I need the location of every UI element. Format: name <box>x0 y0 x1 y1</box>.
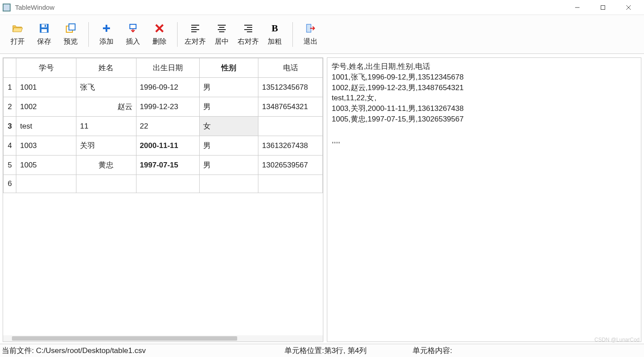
align-right-label: 右对齐 <box>238 37 259 46</box>
insert-icon <box>128 22 138 34</box>
column-header[interactable]: 姓名 <box>76 58 136 78</box>
table-cell[interactable]: 11 <box>76 117 136 136</box>
save-label: 保存 <box>37 37 51 46</box>
table-cell[interactable]: 13613267438 <box>258 136 323 156</box>
table-scroll[interactable]: 学号姓名出生日期性别电话 11001张飞1996-09-12男135123456… <box>3 58 323 335</box>
data-table[interactable]: 学号姓名出生日期性别电话 11001张飞1996-09-12男135123456… <box>3 58 323 193</box>
table-row: 3test1122女 <box>4 117 323 136</box>
bold-button[interactable]: B 加粗 <box>261 19 288 50</box>
column-header[interactable]: 学号 <box>16 58 76 78</box>
table-cell[interactable]: 关羽 <box>76 136 136 156</box>
table-cell[interactable]: 1003 <box>16 136 76 156</box>
add-label: 添加 <box>99 37 114 46</box>
svg-rect-11 <box>103 27 110 29</box>
align-left-button[interactable]: 左对齐 <box>182 19 208 50</box>
insert-label: 插入 <box>126 37 140 46</box>
minimize-icon <box>575 5 580 10</box>
csv-preview-pane[interactable]: 学号,姓名,出生日期,性别,电话 1001,张飞,1996-09-12,男,13… <box>327 57 641 342</box>
table-cell[interactable] <box>199 175 258 193</box>
table-cell[interactable]: 黄忠 <box>76 156 136 175</box>
toolbar-separator <box>292 22 293 47</box>
table-cell[interactable]: 1999-12-23 <box>136 97 199 117</box>
align-left-label: 左对齐 <box>185 37 206 46</box>
table-cell[interactable]: 男 <box>199 156 258 175</box>
row-number[interactable]: 4 <box>4 136 16 156</box>
row-number[interactable]: 1 <box>4 78 16 97</box>
app-icon <box>3 4 11 11</box>
table-cell[interactable]: 男 <box>199 136 258 156</box>
toolbar: 打开 保存 预览 添加 插入 删除 左对齐 <box>0 15 644 54</box>
preview-label: 预览 <box>64 37 78 46</box>
table-row: 51005黄忠1997-07-15男13026539567 <box>4 156 323 175</box>
watermark: CSDN @LunarCod <box>595 337 640 343</box>
table-cell[interactable]: 22 <box>136 117 199 136</box>
svg-rect-5 <box>42 24 47 27</box>
exit-button[interactable]: 退出 <box>297 19 324 50</box>
status-position: 单元格位置:第3行, 第4列 <box>284 346 413 356</box>
exit-icon <box>306 22 315 34</box>
plus-icon <box>102 22 111 34</box>
table-cell[interactable]: 13512345678 <box>258 78 323 97</box>
align-center-icon <box>218 22 226 34</box>
toolbar-separator <box>88 22 89 47</box>
table-cell[interactable]: 女 <box>199 117 258 136</box>
table-cell[interactable]: 1001 <box>16 78 76 97</box>
table-cell[interactable] <box>16 175 76 193</box>
preview-button[interactable]: 预览 <box>57 19 84 50</box>
delete-icon <box>155 22 164 34</box>
table-row: 11001张飞1996-09-12男13512345678 <box>4 78 323 97</box>
column-header[interactable]: 性别 <box>199 58 258 78</box>
table-cell[interactable]: 男 <box>199 97 258 117</box>
column-header[interactable]: 出生日期 <box>136 58 199 78</box>
table-cell[interactable] <box>76 175 136 193</box>
table-cell[interactable] <box>258 175 323 193</box>
row-number[interactable]: 6 <box>4 175 16 193</box>
delete-button[interactable]: 删除 <box>146 19 173 50</box>
table-cell[interactable] <box>136 175 199 193</box>
table-row: 6 <box>4 175 323 193</box>
save-button[interactable]: 保存 <box>31 19 57 50</box>
bold-label: 加粗 <box>268 37 282 46</box>
scrollbar-thumb[interactable] <box>12 336 237 341</box>
titlebar: TableWindow <box>0 0 644 15</box>
svg-rect-9 <box>69 24 75 30</box>
table-cell[interactable]: 1996-09-12 <box>136 78 199 97</box>
table-cell[interactable]: 2000-11-11 <box>136 136 199 156</box>
table-panel: 学号姓名出生日期性别电话 11001张飞1996-09-12男135123456… <box>3 57 323 342</box>
align-center-button[interactable]: 居中 <box>208 19 235 50</box>
table-cell[interactable]: 1002 <box>16 97 76 117</box>
row-number[interactable]: 5 <box>4 156 16 175</box>
table-cell[interactable]: test <box>16 117 76 136</box>
align-right-button[interactable]: 右对齐 <box>235 19 261 50</box>
column-header[interactable]: 电话 <box>258 58 323 78</box>
minimize-button[interactable] <box>564 1 590 14</box>
table-cell[interactable] <box>258 117 323 136</box>
maximize-button[interactable] <box>590 1 616 14</box>
main-area: 学号姓名出生日期性别电话 11001张飞1996-09-12男135123456… <box>0 54 644 344</box>
horizontal-scrollbar[interactable] <box>3 335 323 342</box>
status-bar: 当前文件: C:/Users/root/Desktop/table1.csv 单… <box>0 344 644 357</box>
align-center-label: 居中 <box>215 37 229 46</box>
table-cell[interactable]: 1005 <box>16 156 76 175</box>
toolbar-separator <box>177 22 178 47</box>
save-icon <box>39 22 49 34</box>
close-icon <box>626 5 631 10</box>
row-number[interactable]: 2 <box>4 97 16 117</box>
bold-icon: B <box>272 22 278 34</box>
table-cell[interactable]: 赵云 <box>76 97 136 117</box>
header-corner[interactable] <box>4 58 16 78</box>
row-number[interactable]: 3 <box>4 117 16 136</box>
open-button[interactable]: 打开 <box>4 19 31 50</box>
insert-button[interactable]: 插入 <box>120 19 146 50</box>
close-button[interactable] <box>616 1 641 14</box>
add-button[interactable]: 添加 <box>93 19 120 50</box>
table-cell[interactable]: 13026539567 <box>258 156 323 175</box>
svg-rect-7 <box>45 25 46 27</box>
table-cell[interactable]: 13487654321 <box>258 97 323 117</box>
table-cell[interactable]: 1997-07-15 <box>136 156 199 175</box>
table-cell[interactable]: 男 <box>199 78 258 97</box>
window-title: TableWindow <box>15 4 564 11</box>
table-cell[interactable]: 张飞 <box>76 78 136 97</box>
delete-label: 删除 <box>152 37 167 46</box>
maximize-icon <box>600 5 606 10</box>
